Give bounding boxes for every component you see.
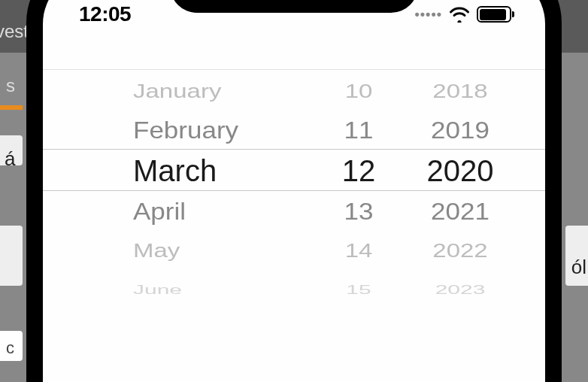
background-panel	[0, 226, 23, 286]
device-notch	[170, 0, 418, 13]
year-option[interactable]: 2021	[431, 193, 489, 229]
device-screen: 12:05 •••••	[43, 0, 545, 382]
day-option[interactable]: 10	[345, 76, 373, 107]
year-option[interactable]: 2019	[431, 112, 489, 148]
background-text: ól	[571, 256, 586, 279]
month-option[interactable]: February	[133, 112, 238, 148]
month-option[interactable]: April	[133, 193, 186, 229]
wifi-icon	[448, 6, 471, 23]
month-option[interactable]: May	[133, 235, 180, 266]
month-wheel[interactable]: January February March April May June	[133, 70, 314, 318]
battery-icon	[477, 6, 511, 23]
device-frame: 12:05 •••••	[26, 0, 562, 382]
background-accent	[0, 105, 23, 110]
day-option[interactable]: 11	[344, 112, 374, 148]
background-text: vest	[0, 21, 29, 42]
year-option-selected[interactable]: 2020	[427, 150, 494, 192]
background-text: á	[5, 147, 15, 171]
month-option[interactable]: June	[133, 279, 182, 301]
year-option[interactable]: 2023	[435, 279, 486, 301]
battery-fill	[480, 9, 507, 20]
status-time: 12:05	[79, 2, 131, 26]
year-wheel[interactable]: 2018 2019 2020 2021 2022 2023	[404, 70, 517, 318]
background-text: c	[6, 338, 14, 358]
day-wheel[interactable]: 10 11 12 13 14 15	[314, 70, 404, 318]
background-text: s	[6, 75, 15, 96]
date-picker[interactable]: January February March April May June 10…	[43, 70, 545, 318]
year-option[interactable]: 2022	[432, 235, 487, 266]
cell-signal-icon: •••••	[414, 8, 442, 21]
day-option[interactable]: 14	[345, 235, 373, 266]
day-option[interactable]: 15	[346, 279, 371, 301]
status-icons: •••••	[414, 6, 511, 23]
month-option-selected[interactable]: March	[133, 150, 217, 192]
screen-content: January February March April May June 10…	[43, 69, 545, 382]
year-option[interactable]: 2018	[432, 76, 487, 107]
day-option[interactable]: 13	[344, 193, 374, 229]
month-option[interactable]: January	[133, 76, 221, 107]
day-option-selected[interactable]: 12	[342, 150, 376, 192]
